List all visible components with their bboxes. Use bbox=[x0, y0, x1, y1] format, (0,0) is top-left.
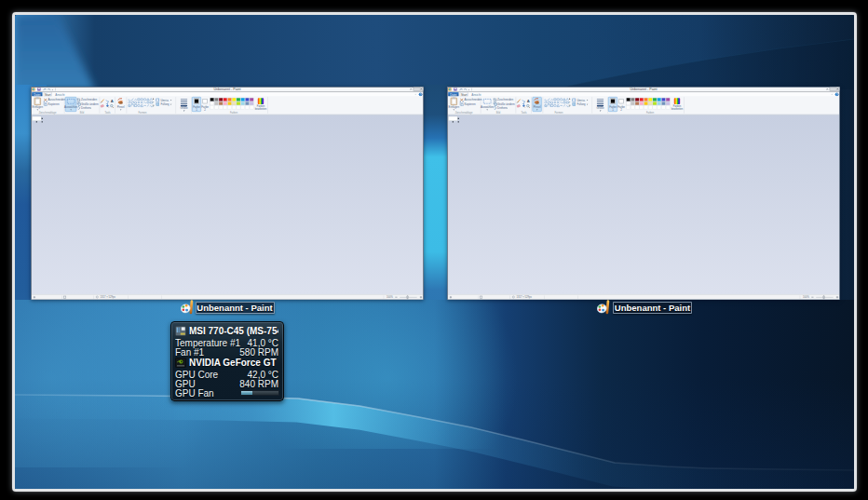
svg-text:Drehen: Drehen bbox=[497, 106, 507, 110]
svg-text:Auswählen: Auswählen bbox=[481, 105, 495, 109]
svg-text:Kopieren: Kopieren bbox=[48, 102, 60, 106]
svg-text:A: A bbox=[111, 99, 114, 103]
svg-text:Auswählen: Auswählen bbox=[64, 105, 78, 109]
svg-text:Formen: Formen bbox=[555, 111, 563, 115]
svg-text:?: ? bbox=[836, 93, 838, 97]
svg-text:bearbeiten: bearbeiten bbox=[255, 107, 267, 111]
svg-text:Start: Start bbox=[461, 93, 468, 97]
svg-text:100%: 100% bbox=[387, 295, 393, 299]
svg-text:Datei: Datei bbox=[34, 93, 41, 97]
svg-text:Ausschneiden: Ausschneiden bbox=[48, 98, 66, 101]
svg-text:Unbenannt - Paint: Unbenannt - Paint bbox=[631, 88, 658, 91]
svg-text:Zuschneiden: Zuschneiden bbox=[81, 98, 98, 101]
svg-text:Tools: Tools bbox=[521, 111, 527, 115]
svg-text:Zuschneiden: Zuschneiden bbox=[497, 98, 514, 101]
svg-text:100%: 100% bbox=[803, 295, 809, 299]
svg-text:Bild: Bild bbox=[80, 111, 85, 115]
svg-text:Ausschneiden: Ausschneiden bbox=[465, 98, 482, 101]
svg-text:Pinsel: Pinsel bbox=[534, 105, 541, 109]
svg-text:Größe ändern: Größe ändern bbox=[81, 102, 99, 106]
svg-text:Drehen: Drehen bbox=[81, 106, 90, 110]
svg-text:Kopieren: Kopieren bbox=[465, 102, 476, 106]
svg-text:Farben: Farben bbox=[230, 111, 238, 115]
svg-text:Datei: Datei bbox=[450, 93, 457, 97]
svg-text:1317 × 529px: 1317 × 529px bbox=[101, 295, 116, 299]
svg-text:Größe ändern: Größe ändern bbox=[497, 102, 515, 106]
svg-text:Einfügen: Einfügen bbox=[449, 105, 460, 109]
svg-text:Umriss: Umriss bbox=[161, 99, 170, 102]
svg-text:Umriss: Umriss bbox=[577, 99, 586, 102]
svg-text:Größe: Größe bbox=[596, 106, 604, 110]
svg-text:Ansicht: Ansicht bbox=[471, 93, 481, 97]
svg-text:Zwischenablage: Zwischenablage bbox=[39, 111, 57, 115]
svg-text:Ansicht: Ansicht bbox=[55, 93, 64, 97]
svg-text:Bild: Bild bbox=[496, 111, 501, 115]
svg-text:Einfügen: Einfügen bbox=[33, 105, 44, 109]
svg-text:Farben: Farben bbox=[646, 111, 655, 115]
svg-text:Formen: Formen bbox=[139, 111, 147, 115]
svg-text:Tools: Tools bbox=[104, 111, 111, 115]
svg-text:Unbenannt - Paint: Unbenannt - Paint bbox=[214, 88, 241, 91]
svg-text:Füllung: Füllung bbox=[161, 102, 170, 106]
svg-text:1317 × 529px: 1317 × 529px bbox=[517, 295, 533, 299]
svg-text:Pinsel: Pinsel bbox=[117, 105, 125, 109]
svg-text:Zwischenablage: Zwischenablage bbox=[455, 111, 473, 115]
svg-text:A: A bbox=[527, 99, 530, 103]
svg-text:Füllung: Füllung bbox=[577, 102, 587, 106]
svg-text:?: ? bbox=[420, 93, 422, 97]
svg-text:Größe: Größe bbox=[180, 106, 188, 110]
svg-text:Start: Start bbox=[45, 93, 51, 97]
svg-text:bearbeiten: bearbeiten bbox=[671, 107, 684, 111]
